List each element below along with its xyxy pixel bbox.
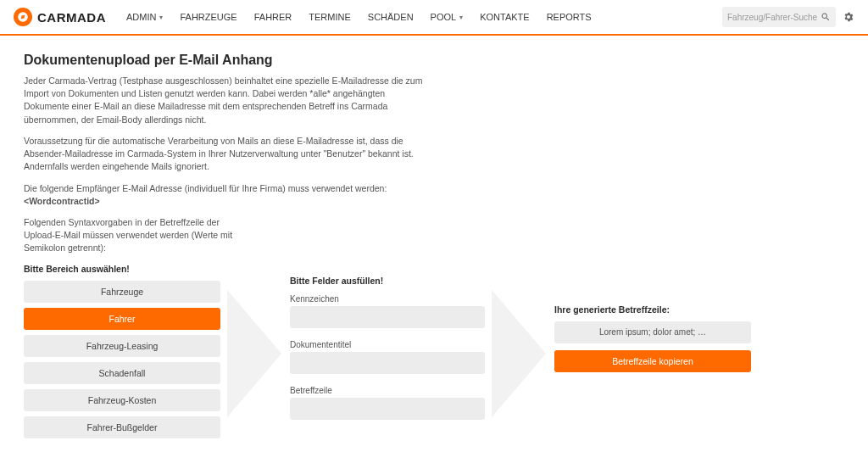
input-betreffzeile[interactable] (290, 398, 485, 420)
intro-paragraph-4: Folgenden Syntaxvorgaben in der Betreffz… (24, 216, 244, 255)
brand-name: CARMADA (37, 10, 106, 25)
upload-wizard: Bitte Bereich auswählen! Fahrzeuge Fahre… (24, 264, 844, 443)
arrow-right-icon (489, 290, 550, 417)
nav-pool-label: POOL (431, 12, 457, 22)
step-3-header: Ihre generierte Betreffzeile: (554, 304, 751, 315)
nav-admin-label: ADMIN (126, 12, 156, 22)
nav-fahrer[interactable]: FAHRER (254, 12, 292, 22)
step-2-header: Bitte Felder ausfüllen! (290, 276, 485, 286)
search-input[interactable] (727, 13, 821, 22)
intro-paragraph-1: Jeder Carmada-Vertrag (Testphase ausgesc… (24, 75, 431, 126)
step-2-fields: Bitte Felder ausfüllen! Kennzeichen Doku… (290, 264, 485, 443)
generated-subject-display: Lorem ipsum; dolor amet; … (554, 321, 751, 343)
nav-reports[interactable]: REPORTS (547, 12, 592, 22)
copy-subject-button[interactable]: Betreffzeile kopieren (554, 350, 751, 372)
nav-fahrzeuge[interactable]: FAHRZEUGE (180, 12, 236, 22)
page-title: Dokumentenupload per E-Mail Anhang (24, 53, 844, 68)
wizard-arrow-1 (220, 264, 290, 443)
svg-marker-1 (492, 290, 546, 417)
primary-nav: ADMIN ▾ FAHRZEUGE FAHRER TERMINE SCHÄDEN… (126, 12, 722, 22)
chevron-down-icon: ▾ (459, 14, 463, 21)
input-kennzeichen[interactable] (290, 306, 485, 328)
wizard-arrow-2 (485, 264, 554, 443)
area-option-bussgelder[interactable]: Fahrer-Bußgelder (24, 416, 220, 438)
nav-pool[interactable]: POOL ▾ (431, 12, 464, 22)
search-icon (821, 12, 831, 22)
step-3-result: Ihre generierte Betreffzeile: Lorem ipsu… (554, 264, 751, 443)
step-1-header: Bitte Bereich auswählen! (24, 264, 220, 274)
nav-kontakte[interactable]: KONTAKTE (480, 12, 529, 22)
arrow-right-icon (225, 290, 286, 417)
area-option-leasing[interactable]: Fahrzeug-Leasing (24, 335, 220, 357)
label-betreffzeile: Betreffzeile (290, 386, 485, 395)
contract-id-placeholder: <Wordcontractid> (24, 196, 100, 206)
top-navigation-bar: CARMADA ADMIN ▾ FAHRZEUGE FAHRER TERMINE… (0, 0, 868, 36)
intro-text: Jeder Carmada-Vertrag (Testphase ausgesc… (24, 75, 844, 255)
input-dokumententitel[interactable] (290, 352, 485, 374)
settings-icon[interactable] (843, 11, 854, 23)
nav-schaeden[interactable]: SCHÄDEN (368, 12, 414, 22)
intro-paragraph-2: Voraussetzung für die automatische Verar… (24, 135, 431, 174)
intro-paragraph-3: Die folgende Empfänger E-Mail Adresse (i… (24, 182, 431, 208)
intro-p3-prefix: Die folgende Empfänger E-Mail Adresse (i… (24, 183, 387, 193)
nav-admin[interactable]: ADMIN ▾ (126, 12, 163, 22)
brand-logo[interactable]: CARMADA (14, 8, 106, 26)
chevron-down-icon: ▾ (159, 14, 163, 21)
page-content: Dokumentenupload per E-Mail Anhang Jeder… (0, 36, 868, 463)
label-kennzeichen: Kennzeichen (290, 294, 485, 304)
step-1-area-select: Bitte Bereich auswählen! Fahrzeuge Fahre… (24, 264, 220, 443)
global-search[interactable] (722, 7, 836, 27)
area-option-fahrzeuge[interactable]: Fahrzeuge (24, 281, 220, 303)
area-option-kosten[interactable]: Fahrzeug-Kosten (24, 389, 220, 411)
area-option-schadenfall[interactable]: Schadenfall (24, 362, 220, 384)
label-dokumententitel: Dokumententitel (290, 340, 485, 349)
compass-icon (14, 8, 32, 26)
svg-marker-0 (227, 290, 281, 417)
area-option-fahrer[interactable]: Fahrer (24, 308, 220, 330)
nav-termine[interactable]: TERMINE (309, 12, 351, 22)
